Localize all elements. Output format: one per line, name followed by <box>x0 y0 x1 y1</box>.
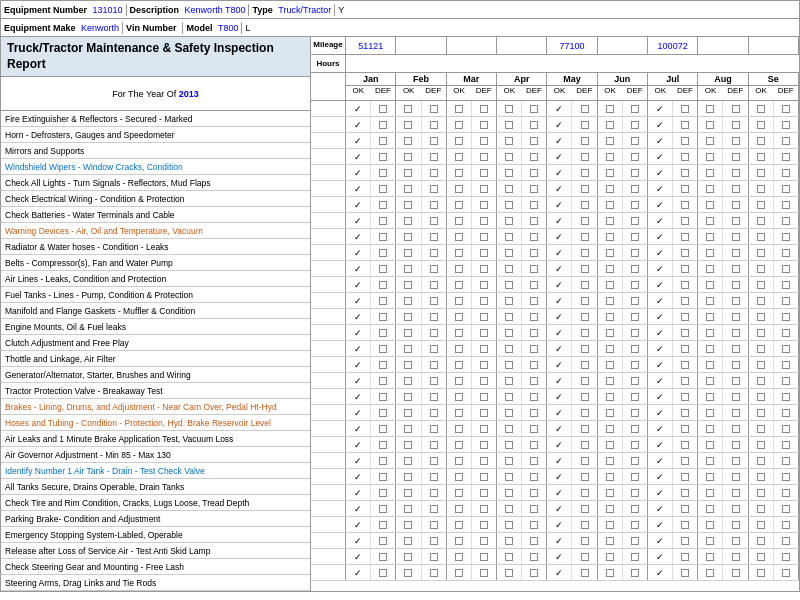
def-cell <box>422 133 446 148</box>
inspection-item: Engine Mounts, Oil & Fuel leaks <box>1 319 310 335</box>
ok-cell <box>749 117 774 132</box>
month-data-block: ✓ <box>547 133 597 148</box>
ok-cell <box>447 101 472 116</box>
month-data-block <box>396 501 446 516</box>
month-data-block <box>396 357 446 372</box>
def-cell <box>623 277 647 292</box>
month-data-block <box>497 549 547 564</box>
table-row: ✓✓✓ <box>311 293 799 309</box>
def-cell <box>623 453 647 468</box>
month-data-block <box>698 357 748 372</box>
def-cell <box>522 469 546 484</box>
month-data-block <box>497 357 547 372</box>
ok-cell: ✓ <box>547 309 572 324</box>
ok-cell <box>447 229 472 244</box>
def-cell <box>371 341 395 356</box>
month-data-block <box>396 421 446 436</box>
def-cell <box>371 277 395 292</box>
def-cell <box>371 437 395 452</box>
month-data-block <box>447 165 497 180</box>
month-data-block <box>447 469 497 484</box>
ok-cell <box>396 389 421 404</box>
ok-cell <box>497 229 522 244</box>
def-label: DEF <box>471 86 496 95</box>
month-data-block <box>396 133 446 148</box>
ok-cell <box>598 549 623 564</box>
ok-cell: ✓ <box>648 533 673 548</box>
def-cell <box>522 357 546 372</box>
ok-cell <box>598 213 623 228</box>
def-cell <box>673 437 697 452</box>
def-cell <box>371 485 395 500</box>
def-cell <box>572 517 596 532</box>
ok-cell <box>447 181 472 196</box>
month-block: MayOKDEF <box>547 73 597 100</box>
ok-cell <box>749 453 774 468</box>
month-data-block <box>598 357 648 372</box>
ok-cell: ✓ <box>346 549 371 564</box>
ok-cell <box>396 213 421 228</box>
ok-cell <box>497 213 522 228</box>
table-row: ✓✓✓ <box>311 229 799 245</box>
month-data-block <box>447 149 497 164</box>
def-cell <box>774 149 798 164</box>
def-cell <box>572 213 596 228</box>
inspection-item: Check Electrical Wiring - Condition & Pr… <box>1 191 310 207</box>
def-cell <box>472 325 496 340</box>
month-data-block <box>598 389 648 404</box>
month-data-block <box>497 149 547 164</box>
def-cell <box>774 357 798 372</box>
def-cell <box>371 133 395 148</box>
month-data-block <box>497 325 547 340</box>
def-cell <box>723 101 747 116</box>
def-cell <box>723 293 747 308</box>
def-cell <box>371 261 395 276</box>
def-cell <box>572 245 596 260</box>
month-data-block <box>698 341 748 356</box>
equipment-make-value: Kenworth <box>81 23 119 33</box>
ok-cell: ✓ <box>547 261 572 276</box>
table-row: ✓✓✓ <box>311 421 799 437</box>
ok-cell <box>749 373 774 388</box>
month-data-block <box>447 389 497 404</box>
def-cell <box>522 229 546 244</box>
month-data-block <box>598 133 648 148</box>
ok-cell: ✓ <box>346 213 371 228</box>
month-data-block <box>698 437 748 452</box>
ok-cell: ✓ <box>547 101 572 116</box>
def-cell <box>472 277 496 292</box>
def-cell <box>774 485 798 500</box>
def-cell <box>422 309 446 324</box>
def-cell <box>673 453 697 468</box>
ok-cell <box>698 101 723 116</box>
def-cell <box>774 533 798 548</box>
ok-cell <box>598 405 623 420</box>
ok-cell: ✓ <box>648 101 673 116</box>
def-cell <box>522 101 546 116</box>
def-cell <box>673 485 697 500</box>
ok-cell <box>698 389 723 404</box>
ok-cell <box>598 565 623 580</box>
def-cell <box>723 565 747 580</box>
month-data-block <box>447 261 497 276</box>
def-cell <box>572 501 596 516</box>
month-data-block <box>396 245 446 260</box>
ok-cell <box>447 213 472 228</box>
month-data-block: ✓ <box>547 101 597 116</box>
month-data-block <box>698 421 748 436</box>
inspection-item: Identify Number 1 Air Tank - Drain - Tes… <box>1 463 310 479</box>
ok-cell <box>497 485 522 500</box>
month-data-block <box>749 229 799 244</box>
def-cell <box>774 165 798 180</box>
inspection-item: Brakes - Lining, Drums, and Adjustment -… <box>1 399 310 415</box>
month-data-block: ✓ <box>346 549 396 564</box>
year-label: For The Year Of <box>112 89 176 99</box>
month-data-block: ✓ <box>346 389 396 404</box>
month-data-block <box>749 309 799 324</box>
ok-cell <box>749 197 774 212</box>
def-cell <box>572 277 596 292</box>
month-data-block <box>447 565 497 580</box>
def-cell <box>472 213 496 228</box>
def-cell <box>623 229 647 244</box>
ok-cell <box>497 101 522 116</box>
